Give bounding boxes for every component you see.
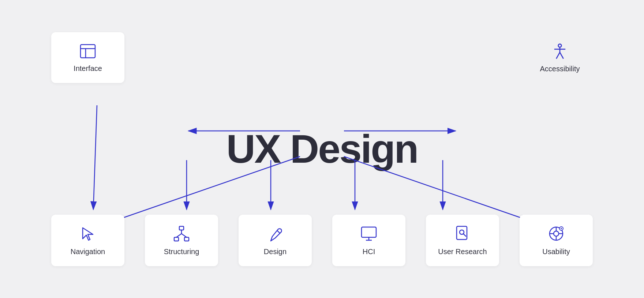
search-doc-icon	[454, 225, 471, 242]
navigation-card: Navigation	[51, 215, 124, 266]
monitor-icon	[360, 225, 378, 242]
cursor-icon	[79, 225, 97, 242]
svg-rect-11	[184, 237, 189, 241]
bottom-section: Navigation Structuring	[29, 215, 615, 266]
diagram-wrapper: Interface Accessibility UX Design	[29, 18, 615, 281]
main-title: UX Design	[226, 129, 418, 169]
accessibility-icon	[550, 42, 569, 61]
pen-icon	[266, 225, 284, 242]
usability-label: Usability	[542, 248, 570, 256]
svg-rect-9	[179, 226, 184, 230]
user-settings-icon	[547, 225, 565, 242]
design-card: Design	[239, 215, 312, 266]
svg-line-14	[181, 234, 187, 237]
usability-card: Usability	[520, 215, 593, 266]
interface-card: Interface	[51, 32, 124, 83]
svg-point-23	[554, 231, 559, 236]
layout-icon	[79, 42, 97, 60]
svg-point-3	[558, 44, 562, 47]
svg-line-15	[277, 230, 280, 233]
top-section: Interface Accessibility	[29, 32, 615, 83]
svg-rect-10	[174, 237, 179, 241]
hci-card: HCI	[332, 215, 405, 266]
user-research-label: User Research	[438, 248, 487, 256]
svg-line-13	[176, 234, 181, 237]
hierarchy-icon	[173, 225, 190, 242]
accessibility-label: Accessibility	[540, 65, 580, 73]
svg-line-7	[560, 52, 564, 59]
svg-rect-0	[80, 45, 95, 58]
accessibility-wrapper: Accessibility	[527, 42, 593, 73]
svg-rect-19	[457, 226, 467, 239]
structuring-label: Structuring	[164, 248, 199, 256]
design-label: Design	[264, 248, 287, 256]
interface-label: Interface	[74, 64, 102, 73]
svg-line-6	[556, 52, 560, 59]
user-research-card: User Research	[426, 215, 499, 266]
hci-label: HCI	[363, 248, 375, 256]
svg-rect-16	[362, 227, 376, 237]
middle-section: UX Design	[29, 129, 615, 169]
svg-marker-8	[83, 228, 93, 240]
navigation-label: Navigation	[71, 248, 105, 256]
svg-line-21	[463, 234, 466, 236]
structuring-card: Structuring	[145, 215, 218, 266]
